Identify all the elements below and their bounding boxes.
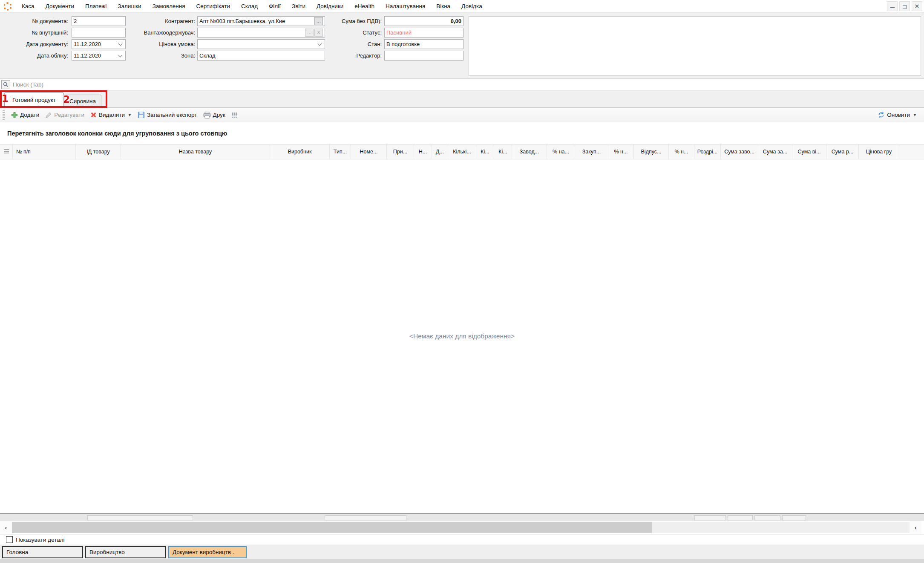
column-header[interactable]: Закуп...: [575, 144, 608, 159]
menu-item[interactable]: Склад: [236, 0, 263, 12]
column-header[interactable]: Кількі...: [448, 144, 476, 159]
menu-item[interactable]: Довідка: [456, 0, 488, 12]
export-button[interactable]: Загальний експорт: [135, 109, 200, 121]
minimize-button[interactable]: [887, 1, 898, 11]
group-by-panel[interactable]: Перетягніть заголовок колонки сюди для у…: [0, 122, 924, 144]
column-header[interactable]: Номе...: [351, 144, 387, 159]
search-icon[interactable]: [1, 80, 10, 89]
menu-item[interactable]: Залишки: [112, 0, 147, 12]
column-header[interactable]: Сума за...: [758, 144, 792, 159]
print-button[interactable]: Друк: [200, 109, 228, 121]
delete-button[interactable]: Видалити▼: [87, 109, 135, 121]
add-button[interactable]: Додати: [8, 109, 42, 121]
show-details-checkbox[interactable]: [6, 536, 13, 543]
menu-item[interactable]: Документи: [40, 0, 80, 12]
taskbar-tab-main[interactable]: Головна: [2, 546, 83, 558]
menu-item[interactable]: Вікна: [431, 0, 456, 12]
column-header[interactable]: Відпус...: [634, 144, 669, 159]
accounting-date-label: Дата обліку:: [3, 51, 68, 61]
consignee-lookup-button[interactable]: …: [305, 29, 314, 37]
summary-cell: [728, 515, 753, 520]
menu-item[interactable]: Філії: [263, 0, 286, 12]
list-lines-icon: [4, 149, 9, 154]
column-header[interactable]: Цінова гру: [859, 144, 899, 159]
restore-button[interactable]: [899, 1, 910, 11]
internal-number-field[interactable]: [72, 28, 126, 38]
taskbar-tab-production[interactable]: Виробництво: [85, 546, 166, 558]
column-header[interactable]: Д...: [432, 144, 448, 159]
menu-item[interactable]: Сертифікати: [191, 0, 236, 12]
scrollbar-track[interactable]: [12, 522, 912, 533]
minimize-icon: [890, 7, 895, 8]
menu-item[interactable]: Каса: [16, 0, 40, 12]
column-header[interactable]: % н...: [669, 144, 694, 159]
zone-field[interactable]: Склад: [197, 51, 325, 61]
grid-body[interactable]: <Немає даних для відображення>: [0, 159, 924, 513]
menu-item[interactable]: Звіти: [286, 0, 311, 12]
bottom-strip: [0, 559, 924, 563]
contractor-lookup-button[interactable]: …: [314, 17, 323, 25]
summary-cell: [694, 515, 726, 520]
taskbar-tab-production-document[interactable]: Документ виробництв .: [168, 546, 247, 558]
notes-panel[interactable]: [469, 16, 921, 76]
refresh-button[interactable]: Оновити▼: [875, 109, 920, 121]
app-logo-icon: [3, 2, 12, 11]
refresh-icon: [878, 111, 885, 118]
menu-item[interactable]: Замовлення: [147, 0, 191, 12]
chevron-down-icon: [118, 53, 123, 57]
summary-cell: [87, 515, 193, 520]
price-condition-combo[interactable]: [197, 39, 325, 49]
column-header[interactable]: Завод...: [512, 144, 547, 159]
column-header[interactable]: Роздрі...: [694, 144, 721, 159]
menu-item[interactable]: Налаштування: [380, 0, 431, 12]
search-input[interactable]: [10, 79, 924, 90]
summary-cell: [754, 515, 780, 520]
menu-item[interactable]: Довідники: [311, 0, 349, 12]
consignee-clear-button[interactable]: X: [314, 29, 323, 37]
column-header[interactable]: При...: [387, 144, 414, 159]
accounting-date-combo[interactable]: 11.12.2020: [72, 51, 126, 61]
menu-item[interactable]: Платежі: [80, 0, 112, 12]
column-header[interactable]: % н...: [608, 144, 634, 159]
consignee-field[interactable]: … X: [197, 28, 325, 38]
contractor-field[interactable]: Апт №003 пгт.Барышевка, ул.Кие …: [197, 16, 325, 26]
scrollbar-thumb[interactable]: [12, 522, 652, 533]
column-header[interactable]: Сума р...: [826, 144, 859, 159]
edit-button[interactable]: Редагувати: [42, 109, 87, 121]
column-header[interactable]: Сума заво...: [721, 144, 758, 159]
status-field: Пасивний: [384, 28, 463, 38]
column-header[interactable]: Тип...: [330, 144, 351, 159]
scroll-left-button[interactable]: ‹: [0, 521, 12, 534]
tab-raw-material[interactable]: Сировина: [64, 95, 101, 108]
chevron-down-icon: [118, 41, 123, 46]
doc-date-combo[interactable]: 11.12.2020: [72, 39, 126, 49]
column-header[interactable]: Назва товару: [121, 144, 270, 159]
column-chooser-button[interactable]: [228, 109, 240, 121]
internal-number-label: № внутрішній:: [3, 28, 68, 38]
column-header[interactable]: % на...: [547, 144, 575, 159]
column-header[interactable]: ІД товару: [76, 144, 121, 159]
doc-date-label: Дата документу:: [3, 39, 68, 49]
summary-cell: [782, 515, 806, 520]
dropdown-caret-icon: ▼: [913, 113, 917, 117]
column-header[interactable]: Виробник: [270, 144, 330, 159]
restore-icon: [903, 5, 907, 9]
show-details-label: Показувати деталі: [16, 537, 65, 543]
column-header[interactable]: Н...: [414, 144, 432, 159]
column-header[interactable]: Кі...: [476, 144, 494, 159]
printer-icon: [203, 112, 211, 118]
column-header[interactable]: Сума ві...: [792, 144, 826, 159]
column-header[interactable]: № п/п: [13, 144, 76, 159]
column-header[interactable]: Кі...: [494, 144, 512, 159]
editor-field: [384, 51, 463, 61]
sum-without-vat-field[interactable]: 0,00: [384, 16, 463, 26]
close-button[interactable]: ×: [912, 1, 922, 11]
empty-state-text: <Немає даних для відображення>: [409, 332, 515, 340]
toolbar-drag-handle[interactable]: [3, 110, 5, 120]
doc-number-field[interactable]: 2: [72, 16, 126, 26]
details-row: Показувати деталі: [0, 534, 924, 545]
scroll-right-button[interactable]: ›: [910, 521, 921, 534]
state-field: В подготовке: [384, 39, 463, 49]
menu-item[interactable]: eHealth: [349, 0, 380, 12]
tab-finished-product[interactable]: Готовий продукт: [4, 92, 64, 108]
